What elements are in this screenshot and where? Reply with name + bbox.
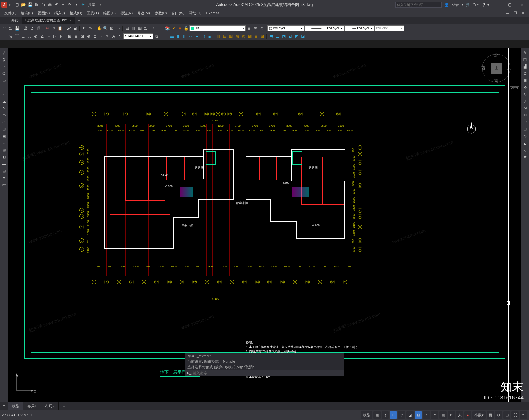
filetabs-menu-icon[interactable]: ≡ [0, 18, 8, 23]
undo-icon[interactable]: ↶ [54, 2, 60, 8]
open2-icon[interactable]: 🗀 [40, 2, 46, 8]
app-logo-icon[interactable]: A [1, 2, 7, 8]
menu-param[interactable]: 参数(P) [152, 11, 169, 16]
dim-base-icon[interactable]: ⊪ [52, 33, 58, 39]
tb-save-icon[interactable]: 💾 [14, 25, 20, 31]
tb-layerprev-icon[interactable]: ⟲ [259, 25, 264, 31]
sb-full-icon[interactable]: ⛶ [511, 411, 519, 419]
pline-icon[interactable]: ⟋ [1, 63, 7, 69]
plot-icon[interactable]: 🖶 [47, 2, 53, 8]
tb-dc-icon[interactable]: ▥ [130, 25, 136, 31]
sb-lwt-icon[interactable]: ≡ [431, 411, 438, 419]
trim-icon[interactable]: ✂ [522, 112, 528, 118]
view1-icon[interactable]: ⬒ [268, 33, 274, 39]
spline-icon[interactable]: ∿ [1, 105, 7, 111]
ref3-icon[interactable]: ▦ [228, 33, 234, 39]
stretch-icon[interactable]: ⇲ [522, 105, 528, 111]
join-icon[interactable]: ⊕ [522, 133, 528, 139]
help-icon[interactable]: ❔ ▾ [482, 3, 489, 7]
dim-insp-icon[interactable]: ⊙ [92, 33, 98, 39]
share-label[interactable]: 共享 [87, 2, 97, 8]
tb-print-icon[interactable]: 🖶 [23, 25, 29, 31]
cart-icon[interactable]: 🛒 [466, 3, 470, 7]
sb-qp-icon[interactable]: 目 [487, 411, 494, 419]
layer-dropdown[interactable]: TK▾ [189, 25, 246, 31]
line-icon[interactable]: ╱ [1, 50, 7, 56]
tb-sun-icon[interactable]: ☀ [171, 25, 177, 31]
viewcube-e[interactable]: 东 [507, 65, 511, 71]
view2-icon[interactable]: ⬓ [274, 33, 280, 39]
sb-custom-icon[interactable]: ≡ [520, 411, 527, 419]
view3-icon[interactable]: ⬔ [281, 33, 287, 39]
tb-mark-icon[interactable]: ⬚ [149, 25, 155, 31]
viewcube-w[interactable]: 西 [481, 65, 485, 71]
dim-center-icon[interactable]: ⊕ [86, 33, 92, 39]
point-icon[interactable]: • [1, 140, 7, 146]
view5-icon[interactable]: ◩ [293, 33, 299, 39]
tb-match-icon[interactable]: 🖌 [66, 25, 72, 31]
tab-layout2[interactable]: 布局2 [41, 402, 59, 410]
layouttabs-menu-icon[interactable]: ≡ [0, 404, 8, 408]
menu-help[interactable]: 帮助(H) [187, 11, 204, 16]
close-icon[interactable]: ✕ [516, 0, 528, 9]
menu-insert[interactable]: 插入(I) [52, 11, 67, 16]
xline-icon[interactable]: ╳ [1, 57, 7, 63]
ref1-icon[interactable]: ▥ [215, 33, 221, 39]
dim-edit-icon[interactable]: ✎ [104, 33, 110, 39]
vis3-icon[interactable]: ▮ [175, 33, 181, 39]
color-dropdown[interactable]: ▢ ByLayer▾ [267, 25, 304, 31]
view6-icon[interactable]: ◪ [300, 33, 305, 39]
dim-quick-icon[interactable]: ⊩ [45, 33, 51, 39]
explode-icon[interactable]: ✸ [522, 154, 528, 160]
ref4-icon[interactable]: ▧ [234, 33, 240, 39]
scale-icon[interactable]: ⤢ [522, 98, 528, 104]
sb-snap-icon[interactable]: ⊹ [382, 411, 389, 419]
command-line[interactable]: 命令: _textedit 当前设置: 编辑模式 = Multiple 选择注释… [185, 353, 344, 376]
insert-icon[interactable]: ⊞ [1, 126, 7, 132]
plotcolor-dropdown[interactable]: ByColor▾ [374, 25, 404, 31]
tb-redo-icon[interactable]: ↷ [87, 25, 93, 31]
tb-freeze-icon[interactable]: ❄ [177, 25, 183, 31]
ref6-icon[interactable]: ▩ [247, 33, 253, 39]
help-search-input[interactable] [395, 2, 442, 8]
tb-block-icon[interactable]: ▣ [72, 25, 78, 31]
tb-calc-icon[interactable]: ▭ [155, 25, 161, 31]
tab-model[interactable]: 模型 [8, 402, 23, 410]
tb-ssm-icon[interactable]: 🗂 [143, 25, 149, 31]
tb-undo-icon[interactable]: ↶ [81, 25, 87, 31]
maximize-icon[interactable]: ▢ [504, 0, 515, 9]
ellipse-icon[interactable]: ⬭ [1, 112, 7, 118]
dim-aligned-icon[interactable]: ↘ [8, 33, 14, 39]
break-icon[interactable]: ⊟ [522, 126, 528, 132]
revcloud-icon[interactable]: ☁ [1, 98, 7, 104]
tb-cut-icon[interactable]: ✂ [44, 25, 50, 31]
tb-tool-icon[interactable]: ▦ [137, 25, 142, 31]
menu-edit[interactable]: 编辑(E) [19, 11, 35, 16]
sb-monitor-icon[interactable]: ▢ [503, 411, 510, 419]
apps-icon[interactable]: ᗩ ▾ [473, 3, 479, 7]
ref5-icon[interactable]: ▨ [240, 33, 246, 39]
dim-tedit-icon[interactable]: A [111, 33, 117, 39]
linetype-dropdown[interactable]: ———ByLayer▾ [304, 25, 344, 31]
table-icon[interactable]: ▤ [1, 168, 7, 174]
tb-pan-icon[interactable]: ✋ [96, 25, 102, 31]
tb-open-icon[interactable]: 🗀 [8, 25, 14, 31]
tb-props-icon[interactable]: ▤ [124, 25, 130, 31]
vis6-icon[interactable]: ▰ [194, 33, 200, 39]
sb-model-toggle[interactable]: 模型 [361, 411, 372, 419]
vis8-icon[interactable]: ▣ [206, 33, 212, 39]
ellipsearc-icon[interactable]: ◠ [1, 119, 7, 125]
sb-grid-icon[interactable]: ▦ [373, 411, 381, 419]
move-icon[interactable]: ✥ [522, 84, 528, 90]
sb-scale-icon[interactable]: 🔺 [464, 411, 471, 419]
vis1-icon[interactable]: ▭ [162, 33, 168, 39]
menu-draw[interactable]: 绘图(D) [101, 11, 118, 16]
circle-icon[interactable]: ○ [1, 91, 7, 97]
menu-view[interactable]: 视图(V) [35, 11, 52, 16]
copy2-icon[interactable]: ❐ [522, 57, 528, 63]
dim-arc-icon[interactable]: ⌒ [14, 33, 20, 39]
menu-format[interactable]: 格式(O) [67, 11, 85, 16]
tb-publish-icon[interactable]: 🗐 [35, 25, 41, 31]
tb-zoomext-icon[interactable]: ▭ [115, 25, 121, 31]
vis7-icon[interactable]: ▢ [200, 33, 206, 39]
